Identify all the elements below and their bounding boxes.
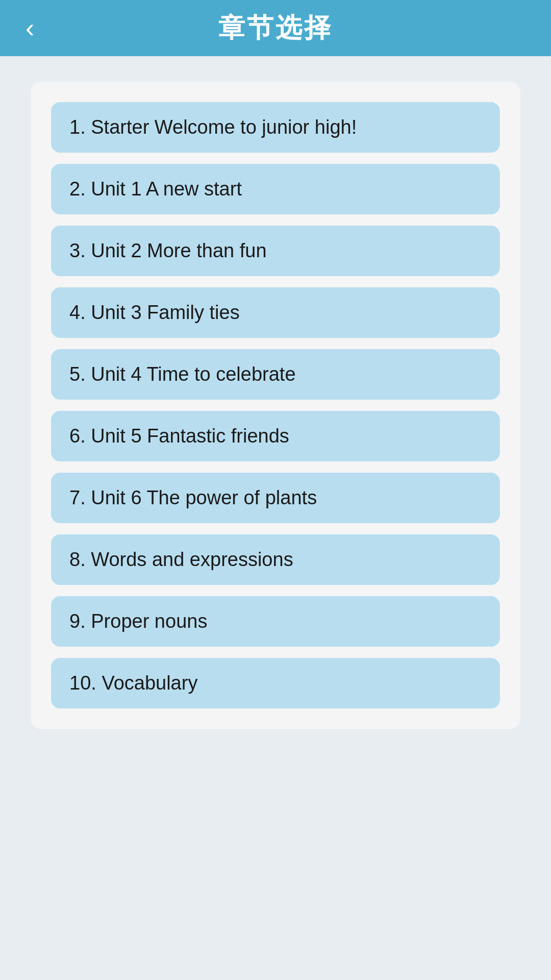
chapter-list: 1. Starter Welcome to junior high!2. Uni…: [31, 82, 520, 729]
page-title: 章节选择: [218, 10, 333, 46]
chapter-item-5[interactable]: 5. Unit 4 Time to celebrate: [51, 349, 500, 400]
main-content: 1. Starter Welcome to junior high!2. Uni…: [0, 56, 551, 980]
chapter-item-8[interactable]: 8. Words and expressions: [51, 534, 500, 585]
chapter-item-4[interactable]: 4. Unit 3 Family ties: [51, 287, 500, 338]
chapter-item-6[interactable]: 6. Unit 5 Fantastic friends: [51, 411, 500, 461]
chapter-item-7[interactable]: 7. Unit 6 The power of plants: [51, 473, 500, 523]
chapter-item-1[interactable]: 1. Starter Welcome to junior high!: [51, 102, 500, 153]
chapter-item-9[interactable]: 9. Proper nouns: [51, 596, 500, 647]
app-header: ‹ 章节选择: [0, 0, 551, 56]
back-button[interactable]: ‹: [26, 13, 34, 43]
chapter-item-10[interactable]: 10. Vocabulary: [51, 658, 500, 708]
chapter-item-3[interactable]: 3. Unit 2 More than fun: [51, 226, 500, 276]
chapter-item-2[interactable]: 2. Unit 1 A new start: [51, 164, 500, 214]
